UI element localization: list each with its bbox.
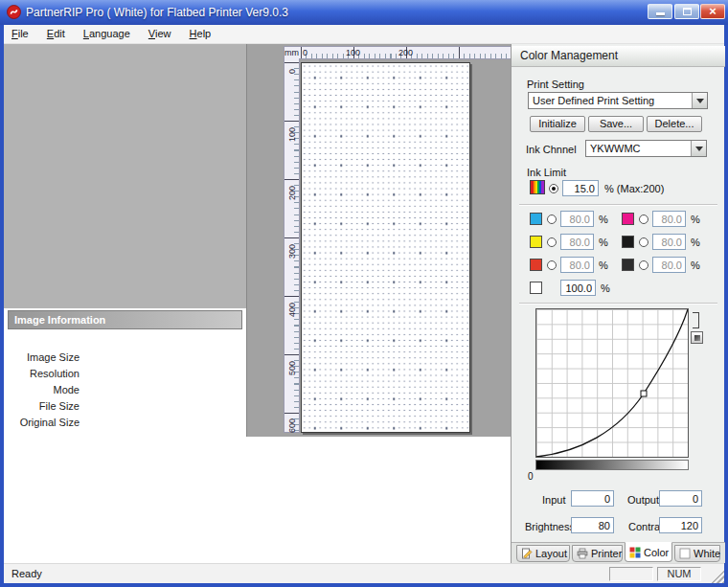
page-canvas[interactable] [301, 62, 470, 433]
channel-radio-yellow[interactable] [547, 237, 557, 247]
percent-label: % [599, 214, 608, 225]
print-setting-value: User Defined Print Setting [533, 95, 654, 106]
tab-layout[interactable]: Layout [516, 545, 570, 562]
channel-radio-black[interactable] [639, 237, 648, 247]
separator [519, 204, 717, 206]
image-information-header: Image Information [8, 310, 242, 329]
main-area: Image Information Image Size Resolution … [4, 44, 724, 563]
input-label: Input [542, 494, 565, 506]
all-ink-limit-field[interactable] [562, 180, 599, 196]
tab-white[interactable]: White [674, 545, 720, 562]
tab-label: Printer [591, 547, 622, 560]
chevron-down-icon[interactable] [692, 93, 707, 108]
h-tick-label: 100 [346, 48, 360, 57]
percent-label: % [691, 260, 700, 271]
tone-curve[interactable] [536, 309, 688, 457]
info-label-resolution: Resolution [5, 368, 80, 379]
channel-field-black[interactable] [652, 234, 686, 250]
channel-field-red[interactable] [560, 257, 594, 273]
channel-radio-magenta[interactable] [639, 214, 648, 224]
minimize-icon [656, 12, 665, 15]
layout-canvas-area: mm 0 100 200 0 100 200 300 400 500 600 [246, 44, 511, 437]
v-tick-label: 200 [287, 186, 297, 200]
v-tick-label: 0 [287, 69, 297, 74]
channel-field-white[interactable] [560, 280, 596, 296]
tab-label: Color [644, 546, 669, 559]
contrast-field[interactable] [659, 517, 702, 533]
v-tick-label: 100 [287, 127, 297, 142]
statusbar: Ready NUM [4, 563, 724, 583]
print-setting-combobox[interactable]: User Defined Print Setting [528, 92, 708, 109]
status-ready: Ready [11, 568, 42, 579]
panel-tabbar: Layout Printer Color White [512, 542, 725, 563]
ink-channel-combobox[interactable]: YKWWMC [585, 140, 707, 157]
curve-preset-button[interactable] [691, 331, 703, 344]
minimize-button[interactable] [648, 4, 672, 19]
info-label-original-size: Original Size [5, 417, 80, 428]
ink-channel-label: Ink Chnnel [526, 144, 577, 155]
status-pane [609, 567, 653, 581]
output-field[interactable] [659, 490, 702, 507]
image-preview-area [4, 44, 246, 308]
brightness-label: Brightness [525, 521, 575, 532]
curve-origin-label: 0 [528, 471, 534, 482]
v-tick-label: 400 [287, 303, 297, 317]
curve-range-icon [693, 312, 699, 328]
maximize-button[interactable] [674, 4, 699, 19]
delete-button[interactable]: Delete... [647, 116, 702, 132]
color-management-header: Color Management [512, 46, 725, 67]
h-tick-label: 0 [303, 48, 307, 57]
channel-field-yellow[interactable] [560, 234, 594, 250]
ruler-unit-corner: mm [284, 46, 300, 59]
chevron-down-icon[interactable] [691, 141, 706, 156]
resize-grip-icon[interactable] [711, 570, 724, 583]
menu-item-view[interactable]: View [141, 25, 179, 43]
tab-printer[interactable]: Printer [572, 545, 623, 562]
curve-editor[interactable] [535, 308, 689, 458]
color-management-panel: Color Management Print Setting User Defi… [511, 44, 724, 563]
channel-radio-dark[interactable] [639, 260, 648, 270]
ink-limit-label: Ink Limit [527, 167, 566, 178]
close-button[interactable] [700, 4, 725, 19]
h-tick-label: 200 [398, 48, 413, 57]
info-label-image-size: Image Size [5, 351, 80, 363]
color-icon [629, 547, 641, 558]
output-label: Output [627, 494, 659, 506]
curve-point-marker[interactable] [641, 391, 647, 396]
menubar: File Edit Language View Help [4, 25, 724, 44]
menu-item-help[interactable]: Help [182, 25, 219, 43]
save-button[interactable]: Save... [588, 116, 644, 132]
channel-swatch-magenta [622, 213, 634, 225]
channel-radio-cyan[interactable] [547, 214, 557, 224]
v-tick-label: 600 [287, 418, 297, 433]
info-label-file-size: File Size [5, 400, 80, 412]
initialize-button[interactable]: Initialize [530, 116, 585, 132]
channel-radio-red[interactable] [547, 260, 557, 270]
channel-field-dark[interactable] [652, 257, 686, 273]
all-channels-radio[interactable] [549, 184, 558, 193]
channel-field-magenta[interactable] [652, 211, 686, 227]
channel-swatch-black [622, 236, 634, 248]
close-icon [701, 5, 724, 18]
brightness-field[interactable] [571, 517, 614, 533]
tab-color[interactable]: Color [625, 542, 672, 562]
tab-label: White [694, 547, 720, 560]
input-field[interactable] [571, 490, 614, 507]
percent-label: % [691, 237, 700, 248]
vertical-ruler: 0 100 200 300 400 500 600 [284, 58, 300, 433]
menu-item-file[interactable]: File [4, 25, 36, 43]
v-tick-label: 300 [287, 244, 297, 259]
horizontal-ruler: 0 100 200 [299, 46, 512, 59]
channel-swatch-cyan [530, 213, 542, 225]
menu-item-edit[interactable]: Edit [39, 25, 73, 43]
menu-item-language[interactable]: Language [76, 25, 138, 43]
channel-swatch-dark [622, 259, 634, 271]
channel-field-cyan[interactable] [560, 211, 594, 227]
separator [519, 303, 717, 305]
gradient-bar [535, 460, 689, 470]
percent-label: % [601, 282, 610, 294]
window-title: PartnerRIP Pro ( White) for Flatbed Prin… [26, 6, 288, 19]
ink-channel-value: YKWWMC [590, 143, 641, 154]
percent-label: % [599, 237, 608, 248]
channel-swatch-white [530, 282, 542, 294]
